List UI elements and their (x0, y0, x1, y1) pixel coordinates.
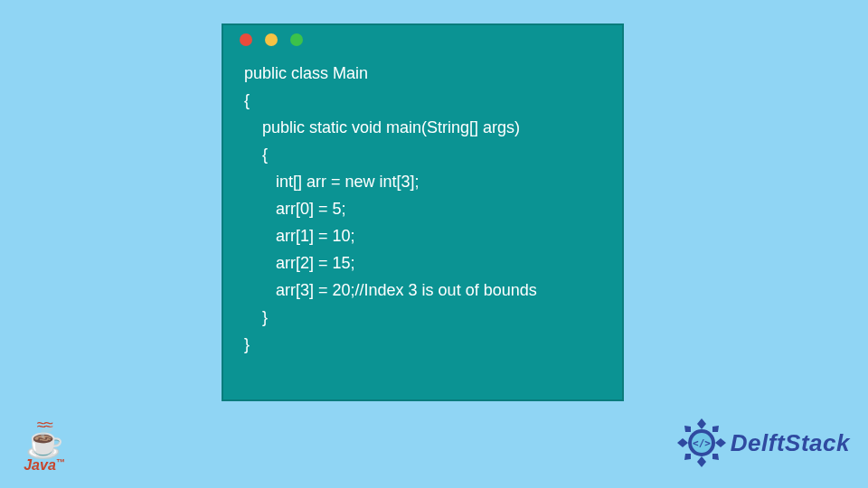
java-tm: ™ (56, 457, 65, 467)
svg-marker-1 (697, 456, 706, 467)
delftstack-medallion-icon: </> (676, 418, 727, 468)
maximize-dot-icon (290, 33, 303, 46)
delftstack-word: DelftStack (731, 429, 850, 457)
svg-marker-6 (684, 454, 691, 460)
svg-marker-4 (684, 426, 691, 432)
svg-marker-0 (697, 418, 706, 429)
svg-marker-2 (677, 438, 688, 447)
svg-marker-5 (712, 426, 719, 432)
minimize-dot-icon (265, 33, 278, 46)
code-block: public class Main { public static void m… (223, 54, 622, 358)
java-logo-text: Java™ (20, 457, 69, 474)
window-titlebar (223, 25, 622, 54)
java-word: Java (24, 457, 56, 473)
code-window: public class Main { public static void m… (222, 23, 624, 401)
svg-marker-7 (712, 454, 719, 460)
java-logo: ≈≈ ☕ Java™ (20, 420, 69, 474)
delftstack-logo: </> DelftStack (676, 418, 850, 468)
close-dot-icon (240, 33, 252, 46)
delft-inner-text: </> (693, 437, 711, 449)
java-cup-icon: ☕ (20, 427, 69, 457)
svg-marker-3 (715, 438, 726, 447)
